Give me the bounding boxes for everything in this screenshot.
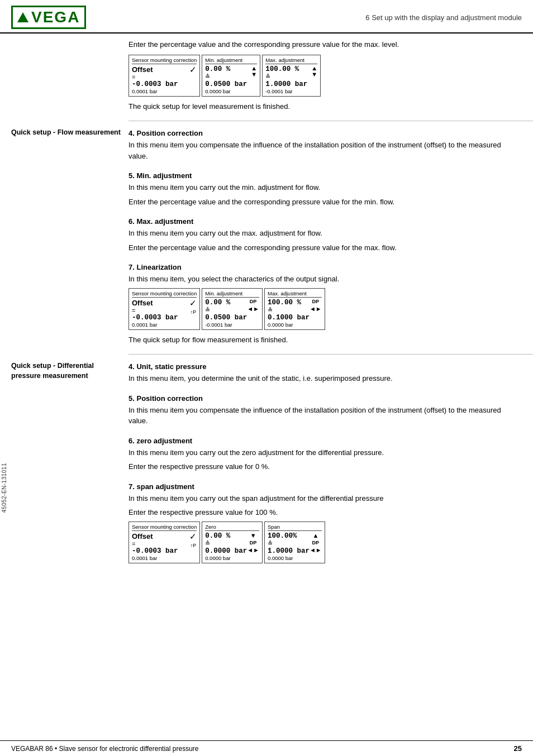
flow-item4-heading: 4. Position correction (129, 129, 516, 137)
flow-item7-row: 7. Linearization In this menu item, you … (0, 257, 533, 352)
flow-sensor-boxes: Sensor mounting correction Offset = -0.0… (129, 288, 516, 330)
level-sensor-boxes: Sensor mounting correction Offset = -0.0… (129, 55, 516, 97)
page-footer: VEGABAR 86 • Slave sensor for electronic… (0, 740, 533, 756)
flow-box-1: Sensor mounting correction Offset = -0.0… (129, 288, 200, 330)
intro-sidebar (0, 39, 129, 118)
flow-box-2-sub: -0.0001 bar (205, 322, 247, 328)
flow-item6-body2: Enter the percentage value and the corre… (129, 242, 516, 253)
level-box-2-sub: 0.0000 bar (205, 88, 251, 94)
diff-item5-heading: 5. Position correction (129, 394, 516, 403)
level-box-3-bar: 1.0000 bar (265, 80, 311, 88)
diff-item7-body1: In this menu item you carry out the span… (129, 493, 516, 504)
level-box-3-eq: ≙ (265, 73, 311, 80)
flow-item6-row: 6. Max. adjustment In this menu item you… (0, 212, 533, 256)
level-box-1: Sensor mounting correction Offset = -0.0… (129, 55, 200, 97)
flow-box-3-dp: DP (312, 299, 320, 304)
flow-item5-heading: 5. Min. adjustment (129, 171, 516, 180)
diff-box-1: Sensor mounting correction Offset = -0.0… (129, 521, 200, 563)
intro-section: Enter the percentage value and the corre… (0, 39, 533, 118)
flow-item5-row: 5. Min. adjustment In this menu item you… (0, 166, 533, 210)
level-box-1-eq: = (132, 74, 189, 80)
flow-section-start: Quick setup - Flow measurement 4. Positi… (0, 123, 533, 165)
level-box-1-title: Sensor mounting correction (132, 57, 197, 64)
diff-box-3-pct: 100.00% (268, 532, 310, 540)
document-id: 45052-EN-131011 (1, 463, 7, 513)
level-box-1-label: Offset (132, 65, 189, 74)
diff-body-start: 4. Unit, static pressure In this menu it… (129, 357, 533, 387)
flow-finished-text: The quick setup for flow measurement is … (129, 334, 516, 346)
diff-sidebar-label-cell: Quick setup - Differential pressure meas… (0, 357, 129, 387)
diff-box-1-sub: 0.0001 bar (132, 555, 189, 561)
diff-item4-body: In this menu item, you determine the uni… (129, 373, 516, 384)
diff-box-2-sub: 0.0000 bar (205, 555, 247, 561)
level-box-3-title: Max. adjustment (265, 57, 317, 64)
diff-item4-heading: 4. Unit, static pressure (129, 362, 516, 371)
flow-box-1-sub: 0.0001 bar (132, 322, 189, 328)
diff-box-2-arrows: ◄► (247, 547, 259, 553)
level-box-3-pct: 100.00 % (265, 65, 311, 73)
diff-box-1-title: Sensor mounting correction (132, 524, 197, 531)
flow-box-3-bar: 0.1000 bar (268, 314, 310, 322)
diff-box-1-icon-top: ✓ (189, 532, 197, 540)
flow-box-2-bar: 0.0500 bar (205, 314, 247, 322)
flow-box-1-icon-bot: ↑P (190, 309, 196, 315)
diff-box-2-arrow: ▼ (250, 532, 256, 539)
level-box-3: Max. adjustment 100.00 % ≙ 1.0000 bar -0… (262, 55, 321, 97)
diff-item7-heading: 7. span adjustment (129, 482, 516, 491)
flow-item5-body2: Enter the percentage value and the corre… (129, 197, 516, 208)
flow-box-3-sub: 0.0000 bar (268, 322, 310, 328)
flow-item7-heading: 7. Linearization (129, 263, 516, 271)
diff-section-start: Quick setup - Differential pressure meas… (0, 357, 533, 387)
flow-box-2-arrows: ◄► (247, 305, 259, 312)
diff-item7-body2: Enter the respective pressure value for … (129, 507, 516, 518)
flow-sidebar-label-cell: Quick setup - Flow measurement (0, 123, 129, 165)
flow-box-3: Max. adjustment 100.00 % ≙ 0.1000 bar 0.… (264, 288, 325, 330)
intro-body: Enter the percentage value and the corre… (129, 39, 533, 118)
diff-box-2-dp: DP (250, 540, 257, 546)
flow-box-2-pct: 0.00 % (205, 299, 247, 307)
flow-item4-body: In this menu item you compensate the inf… (129, 140, 516, 161)
diff-box-3-bar: 1.0000 bar (268, 547, 310, 555)
diff-item7-row: 7. span adjustment In this menu item you… (0, 477, 533, 568)
flow-box-1-label: Offset (132, 299, 189, 307)
diff-item5-row: 5. Position correction In this menu item… (0, 389, 533, 430)
diff-sidebar-label: Quick setup - Differential pressure meas… (11, 361, 123, 381)
flow-box-1-val: -0.0003 bar (132, 314, 189, 322)
diff-box-2-bar: 0.0000 bar (205, 547, 247, 555)
level-box-1-icon: ✓ (189, 65, 197, 74)
diff-box-3-dp: DP (312, 540, 320, 546)
flow-item6-heading: 6. Max. adjustment (129, 217, 516, 226)
diff-item6-body2: Enter the respective pressure value for … (129, 461, 516, 472)
flow-item5-body1: In this menu item you carry out the min.… (129, 182, 516, 193)
level-box-3-icon-top: ▲▼ (311, 65, 317, 78)
level-finished-text: The quick setup for level measurement is… (129, 101, 516, 112)
diff-box-3-title: Span (268, 524, 322, 531)
flow-box-3-pct: 100.00 % (268, 299, 310, 307)
diff-item5-body: In this menu item you compensate the inf… (129, 405, 516, 427)
level-box-2-icon-top: ▲▼ (251, 65, 257, 78)
flow-box-2-title: Min. adjustment (205, 290, 259, 298)
logo-text: VEGA (31, 8, 80, 26)
level-box-2: Min. adjustment 0.00 % ≙ 0.0500 bar 0.00… (202, 55, 260, 97)
diff-box-2-pct: 0.00 % (205, 532, 247, 540)
intro-text: Enter the percentage value and the corre… (129, 39, 516, 50)
flow-box-3-title: Max. adjustment (268, 290, 322, 298)
diff-box-3-sub: 0.0000 bar (268, 555, 310, 561)
diff-box-3-arrow: ▲ (312, 532, 318, 539)
level-box-2-pct: 0.00 % (205, 65, 251, 73)
diff-box-3-arrows: ◄► (310, 547, 322, 553)
level-box-3-sub: -0.0001 bar (265, 88, 311, 94)
flow-box-1-title: Sensor mounting correction (132, 290, 197, 298)
flow-box-3-arrows: ◄► (310, 305, 322, 312)
level-box-2-title: Min. adjustment (205, 57, 257, 64)
diff-box-2: Zero 0.00 % ≙ 0.0000 bar 0.0000 bar ▼ DP… (202, 521, 263, 563)
flow-item6-body1: In this menu item you carry out the max.… (129, 228, 516, 239)
level-box-1-sub: 0.0001 bar (132, 88, 189, 94)
footer-text: VEGABAR 86 • Slave sensor for electronic… (11, 745, 198, 753)
chapter-title: 6 Set up with the display and adjustment… (365, 13, 522, 22)
diff-box-1-val: -0.0003 bar (132, 547, 189, 555)
flow-item7-body1: In this menu item, you select the charac… (129, 274, 516, 285)
flow-body-start: 4. Position correction In this menu item… (129, 123, 533, 165)
diff-box-3: Span 100.00% ≙ 1.0000 bar 0.0000 bar ▲ D… (264, 521, 325, 563)
page-number: 25 (514, 744, 522, 753)
